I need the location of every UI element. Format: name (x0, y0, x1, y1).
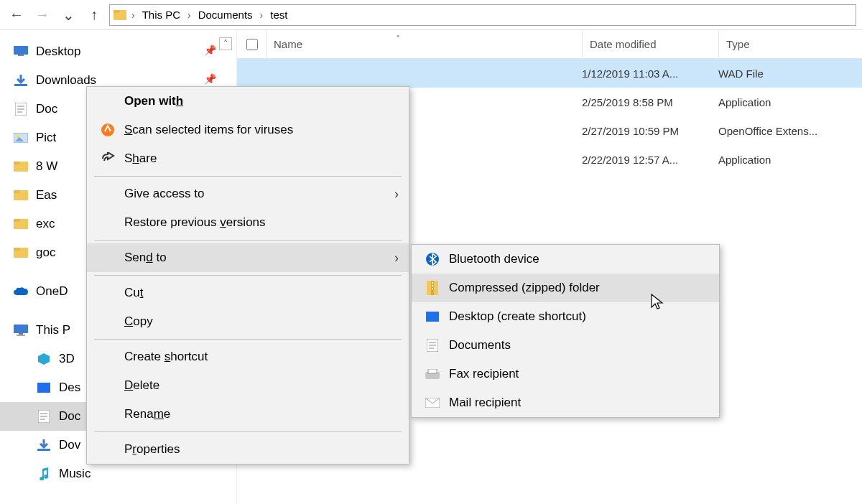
file-date: 2/22/2019 12:57 A... (582, 154, 718, 166)
file-type: Application (718, 154, 862, 166)
submenu-item-label: Desktop (create shortcut) (449, 309, 586, 324)
pic-icon (13, 130, 29, 146)
menu-item[interactable]: Share (87, 144, 409, 173)
folder-icon (13, 159, 29, 174)
menu-separator (94, 275, 402, 276)
sidebar-item-label: Dov (59, 438, 80, 452)
sidebar-item-label: This P (36, 323, 70, 337)
menu-item-label: Copy (124, 314, 153, 329)
submenu-item[interactable]: Compressed (zipped) folder (412, 274, 719, 302)
breadcrumb-segment[interactable]: This PC (138, 9, 185, 21)
thispc-icon (13, 322, 29, 338)
submenu-item-label: Compressed (zipped) folder (449, 281, 600, 295)
svg-rect-33 (432, 288, 433, 289)
menu-item[interactable]: Restore previous versions (87, 208, 409, 237)
submenu-item[interactable]: Fax recipient (412, 360, 719, 388)
sidebar-item-label: Doc (36, 102, 57, 116)
sidebar-item-label: goc (36, 246, 55, 260)
sidebar-item-label: Desktop (36, 45, 80, 59)
column-header-label: Date modified (590, 38, 657, 50)
sidebar-item[interactable]: Desktop📌 (0, 37, 236, 66)
menu-item-label: Open with (124, 94, 183, 108)
folder-icon (13, 187, 29, 203)
nav-forward-button[interactable]: → (32, 4, 53, 26)
address-bar: ← → ⌄ ↑ › This PC › Documents › test (0, 0, 862, 30)
column-header-name[interactable]: Name ˄ (266, 30, 582, 58)
menu-item[interactable]: Create shortcut (87, 342, 409, 371)
menu-item-label: Properties (124, 442, 180, 457)
download-icon (13, 73, 29, 88)
svg-rect-31 (432, 282, 433, 284)
des-icon (36, 380, 52, 396)
menu-separator (94, 339, 402, 340)
sort-indicator-icon: ˄ (396, 34, 400, 45)
menu-item[interactable]: Scan selected items for viruses (87, 116, 409, 144)
submenu-item[interactable]: Documents (412, 331, 719, 360)
zip-icon (423, 281, 442, 295)
file-date: 2/25/2019 8:58 PM (582, 96, 718, 108)
menu-item-label: Delete (124, 378, 159, 393)
nav-recent-button[interactable]: ⌄ (57, 4, 79, 26)
menu-item-label: Give access to (124, 187, 205, 201)
bt-icon (423, 251, 442, 267)
onedrive-icon (13, 284, 29, 299)
fax-icon (423, 369, 442, 379)
breadcrumb-segment[interactable]: test (266, 9, 292, 21)
column-header-type[interactable]: Type (718, 30, 862, 58)
menu-item[interactable]: Cut (87, 279, 409, 307)
svg-rect-39 (428, 369, 437, 373)
menu-item[interactable]: Give access to› (87, 179, 409, 208)
menu-item-label: Restore previous versions (124, 215, 266, 230)
menu-item-label: Scan selected items for viruses (124, 123, 293, 137)
menu-item-label: Send to (124, 251, 167, 265)
submenu-item[interactable]: Bluetooth device (412, 245, 719, 274)
context-menu: Open withScan selected items for viruses… (86, 86, 409, 465)
sidebar-item-label: Downloads (36, 73, 96, 88)
menu-item-label: Rename (124, 407, 170, 421)
breadcrumb[interactable]: › This PC › Documents › test (109, 4, 856, 26)
music-icon (36, 466, 52, 482)
menu-item[interactable]: Properties (87, 435, 409, 464)
menu-item[interactable]: Open with (87, 87, 409, 116)
desk-icon (423, 312, 442, 322)
sidebar-item-label: Doc (59, 409, 80, 424)
chevron-right-icon: › (130, 9, 136, 21)
submenu-item[interactable]: Desktop (create shortcut) (412, 302, 719, 331)
menu-item[interactable]: Send to› (87, 243, 409, 272)
sidebar-item-label: Des (59, 381, 80, 395)
download-icon (36, 437, 52, 453)
sidebar-item-label: 3D (59, 352, 75, 366)
file-type: Application (718, 96, 862, 108)
submenu-item[interactable]: Mail recipient (412, 388, 719, 417)
breadcrumb-segment[interactable]: Documents (194, 9, 257, 21)
avast-icon (98, 123, 117, 137)
svg-rect-26 (37, 449, 50, 451)
column-header-label: Type (726, 38, 750, 50)
nav-up-button[interactable]: ↑ (83, 4, 105, 26)
mail-icon (423, 398, 442, 408)
column-headers: Name ˄ Date modified Type (237, 30, 862, 59)
file-row[interactable]: 1/12/2019 11:03 A...WAD File (237, 59, 862, 88)
svg-rect-16 (14, 219, 20, 222)
select-all-checkbox[interactable] (237, 37, 266, 52)
menu-item-label: Create shortcut (124, 350, 208, 364)
submenu-item-label: Mail recipient (449, 396, 521, 410)
menu-separator (94, 176, 402, 177)
folder-icon (13, 245, 29, 261)
svg-point-10 (17, 135, 19, 138)
doc-icon (13, 101, 29, 117)
submenu-arrow-icon: › (394, 251, 399, 266)
menu-item[interactable]: Rename (87, 400, 409, 429)
menu-item[interactable]: Copy (87, 307, 409, 336)
file-type: WAD File (718, 67, 862, 80)
svg-rect-4 (14, 84, 27, 86)
doc-icon (36, 409, 52, 424)
nav-back-button[interactable]: ← (6, 4, 27, 26)
chevron-right-icon: › (186, 9, 193, 21)
svg-rect-14 (14, 190, 20, 193)
column-header-date[interactable]: Date modified (582, 30, 718, 58)
svg-rect-12 (14, 162, 20, 164)
sidebar-item-label: Music (59, 467, 91, 481)
folder-icon (13, 216, 29, 232)
menu-item[interactable]: Delete (87, 371, 409, 400)
